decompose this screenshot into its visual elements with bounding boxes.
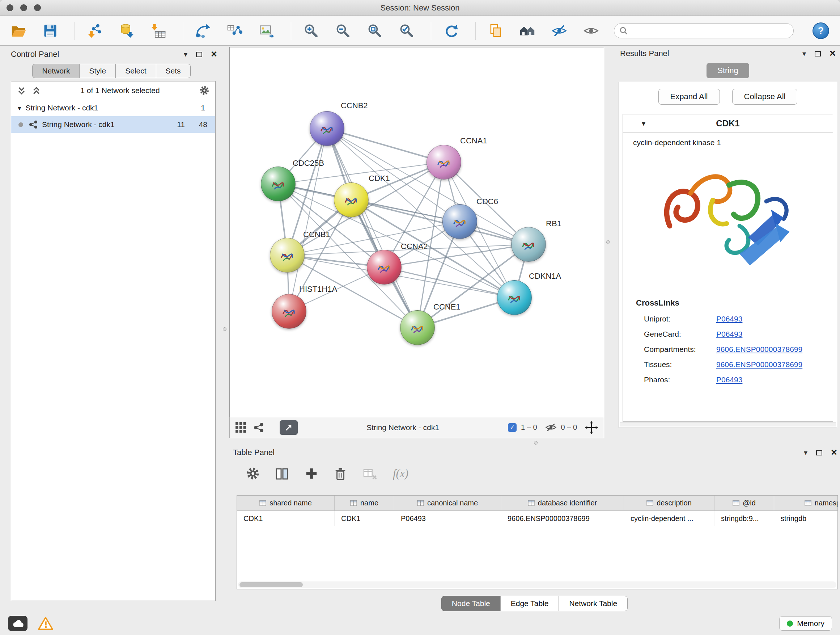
grid-view-icon[interactable]: [235, 422, 246, 433]
add-icon[interactable]: [305, 467, 318, 480]
control-panel-menu-button[interactable]: ▾: [184, 51, 187, 58]
table-cell[interactable]: 9606.ENSP00000378699: [501, 511, 624, 526]
column-header-name[interactable]: name: [335, 496, 394, 510]
selected-checkbox-icon[interactable]: ✓: [508, 423, 516, 432]
tab-string[interactable]: String: [706, 63, 749, 78]
table-cell[interactable]: stringdb: [774, 511, 838, 526]
network-row[interactable]: String Network - cdk1 11 48: [11, 116, 215, 133]
network-share-icon[interactable]: [254, 423, 264, 432]
caret-down-icon[interactable]: ▾: [642, 119, 645, 128]
column-header--id[interactable]: @id: [714, 496, 774, 510]
traffic-light-close[interactable]: [6, 4, 13, 11]
network-node-cdc6[interactable]: [442, 204, 477, 239]
table-cell[interactable]: CDK1: [335, 511, 394, 526]
columns-icon[interactable]: [275, 466, 289, 481]
help-button[interactable]: ?: [813, 22, 829, 39]
network-node-ccnb2[interactable]: [309, 111, 344, 146]
results-panel-menu-button[interactable]: ▾: [802, 50, 806, 57]
splitter-handle[interactable]: [534, 441, 538, 445]
results-scrollbar[interactable]: [620, 422, 836, 426]
cloud-button[interactable]: [8, 616, 27, 631]
hidden-eye-slash-icon[interactable]: [545, 423, 557, 432]
tab-edge-table[interactable]: Edge Table: [500, 596, 559, 611]
table-panel-float-button[interactable]: [816, 450, 822, 455]
column-header-description[interactable]: description: [624, 496, 714, 510]
results-panel-float-button[interactable]: [815, 51, 821, 57]
table-cell[interactable]: P06493: [394, 511, 501, 526]
traffic-light-zoom[interactable]: [34, 4, 41, 11]
function-builder-button[interactable]: f(x): [393, 467, 409, 480]
import-table-from-file-button[interactable]: [149, 20, 168, 41]
network-node-hist1h1a[interactable]: [272, 294, 306, 329]
collapse-all-button[interactable]: Collapse All: [732, 89, 798, 105]
expand-all-icon[interactable]: [17, 86, 26, 95]
pan-crosshair-icon[interactable]: [585, 421, 598, 434]
table-horizontal-scrollbar[interactable]: [238, 581, 836, 588]
table-panel-close-button[interactable]: ×: [831, 448, 837, 456]
search-field[interactable]: [614, 23, 794, 38]
column-header-shared-name[interactable]: shared name: [237, 496, 335, 510]
splitter-handle[interactable]: [223, 327, 226, 331]
network-node-ccnb1[interactable]: [270, 238, 305, 272]
zoom-out-button[interactable]: [333, 20, 353, 41]
network-node-cdk1[interactable]: [334, 182, 369, 217]
home-view-button[interactable]: [518, 20, 537, 41]
trash-icon[interactable]: [333, 466, 347, 481]
table-cell[interactable]: CDK1: [237, 511, 335, 526]
network-node-ccne1[interactable]: [400, 310, 435, 345]
warning-icon[interactable]: [38, 616, 54, 631]
network-view[interactable]: CCNB2CCNA1CDC25BCDK1CDC6RB1CCNB1CCNA2CDK…: [229, 47, 604, 417]
traffic-light-minimize[interactable]: [20, 4, 27, 11]
gear-icon[interactable]: [199, 86, 210, 96]
column-header-namespace[interactable]: namespace: [774, 496, 838, 510]
refresh-layout-button[interactable]: [441, 20, 461, 41]
tab-style[interactable]: Style: [79, 64, 116, 78]
column-header-database-identifier[interactable]: database identifier: [501, 496, 624, 510]
crosslink-link[interactable]: 9606.ENSP00000378699: [716, 360, 802, 369]
tab-sets[interactable]: Sets: [156, 64, 191, 78]
open-session-button[interactable]: [9, 20, 28, 41]
network-canvas[interactable]: CCNB2CCNA1CDC25BCDK1CDC6RB1CCNB1CCNA2CDK…: [230, 48, 604, 417]
tab-node-table[interactable]: Node Table: [441, 596, 501, 611]
tab-network[interactable]: Network: [32, 64, 80, 78]
control-panel-float-button[interactable]: [196, 52, 202, 57]
save-session-button[interactable]: [41, 20, 60, 41]
table-panel-menu-button[interactable]: ▾: [804, 449, 807, 456]
zoom-selected-button[interactable]: [397, 20, 416, 41]
gear-icon[interactable]: [246, 467, 260, 480]
network-node-ccna1[interactable]: [426, 145, 461, 180]
import-network-from-database-button[interactable]: [117, 20, 136, 41]
zoom-fit-button[interactable]: [365, 20, 385, 41]
show-panel-button[interactable]: [581, 20, 601, 41]
expand-all-button[interactable]: Expand All: [658, 89, 720, 105]
network-collection-row[interactable]: ▾ String Network - cdk1 1: [11, 100, 215, 116]
column-header-canonical-name[interactable]: canonical name: [394, 496, 501, 510]
import-network-from-file-button[interactable]: [85, 20, 104, 41]
crosslink-link[interactable]: P06493: [716, 315, 742, 323]
control-panel-close-button[interactable]: ×: [211, 50, 217, 58]
new-network-button[interactable]: [193, 20, 213, 41]
network-node-cdkn1a[interactable]: [497, 280, 532, 315]
documents-button[interactable]: [486, 20, 505, 41]
results-panel-close-button[interactable]: ×: [829, 49, 836, 57]
table-cell[interactable]: cyclin-dependent ...: [624, 511, 714, 526]
network-node-cdc25b[interactable]: [261, 166, 295, 201]
gene-section-header[interactable]: ▾ CDK1: [623, 114, 833, 133]
collapse-all-icon[interactable]: [32, 86, 41, 95]
crosslink-link[interactable]: P06493: [716, 330, 742, 339]
search-input[interactable]: [628, 27, 788, 35]
scrollbar-thumb[interactable]: [240, 582, 303, 587]
table-row[interactable]: CDK1CDK1P064939606.ENSP00000378699cyclin…: [237, 511, 838, 526]
open-in-new-window-button[interactable]: [279, 420, 298, 435]
tab-select[interactable]: Select: [115, 64, 156, 78]
new-network-from-table-button[interactable]: [225, 20, 245, 41]
network-node-ccna2[interactable]: [367, 250, 401, 285]
network-node-rb1[interactable]: [511, 227, 546, 262]
zoom-in-button[interactable]: [302, 20, 321, 41]
memory-button[interactable]: Memory: [779, 616, 832, 631]
hide-panel-button[interactable]: [549, 20, 569, 41]
splitter-handle[interactable]: [606, 241, 610, 244]
crosslink-link[interactable]: P06493: [716, 375, 742, 384]
table-cell[interactable]: stringdb:9...: [714, 511, 774, 526]
tab-network-table[interactable]: Network Table: [559, 596, 628, 611]
